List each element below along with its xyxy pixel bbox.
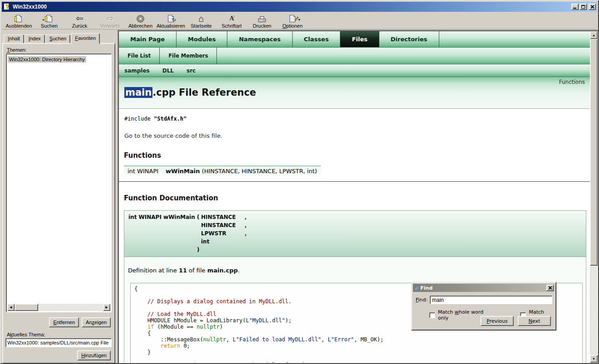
stop-button[interactable]: × Abbrechen [125,12,156,29]
search-highlight: main [124,87,152,98]
tab-namespaces[interactable]: Namespaces [227,31,292,47]
source-code-link[interactable]: source code [154,132,190,139]
topics-label: Themen: [7,47,112,53]
refresh-button[interactable]: ↻ Aktualisieren [156,12,186,29]
code-line: ::MessageBox(nullptr, L"Failed to load M… [134,336,579,343]
find-input[interactable] [430,296,552,304]
tab-index[interactable]: Index [25,34,45,44]
functions-anchor-link[interactable]: Functions [559,79,585,85]
sidebar-tabs: Inhalt Index Suchen Favoriten [4,33,100,44]
hide-button[interactable]: Ausblenden [4,12,34,29]
hide-panel-icon [16,14,22,23]
function-signature-cell: wWinMain (HINSTANCE, HINSTANCE, LPWSTR, … [162,166,321,176]
font-button[interactable]: A↕ Schriftart [216,12,247,29]
refresh-icon: ↻ [168,14,174,23]
tab-files[interactable]: Files [340,31,379,47]
vertical-scrollbar[interactable]: ▲ ▼ [590,31,598,363]
close-button[interactable] [589,4,596,10]
tab-favoriten[interactable]: Favoriten [71,33,100,44]
search-button[interactable]: ▸ Suchen [34,12,64,29]
include-directive: #include "StdAfx.h" [124,116,590,122]
back-button[interactable]: ⇦ Zurück [64,12,95,29]
scroll-up-button[interactable]: ▲ [590,31,598,39]
functions-table: int WINAPI wWinMain (HINSTANCE, HINSTANC… [124,165,321,176]
find-dialog: e Find Find: Match whole word only Match… [411,282,556,330]
doxygen-sub-tabs: File List File Members [119,48,590,64]
toolbar: Ausblenden ▸ Suchen ⇦ Zurück ⇨ Vorwärts … [2,12,597,29]
line-number-link[interactable]: 11 [179,267,187,274]
definition-line: Definition at line 11 of file main.cpp. [127,267,583,274]
goto-source-line: Go to the source code of this file. [124,132,590,139]
page-title: main.cpp File Reference [124,87,256,98]
tab-inhalt[interactable]: Inhalt [4,34,24,44]
section-divider [119,181,590,182]
home-icon: ⌂ [198,14,204,23]
home-button[interactable]: ⌂ Startseite [186,12,216,29]
doxygen-nav-tabs: Main Page Modules Namespaces Classes Fil… [119,31,590,48]
current-topic-field[interactable] [5,338,112,347]
function-return-type: int WINAPI [124,166,162,176]
scroll-thumb[interactable] [590,39,598,266]
back-arrow-icon: ⇦ [76,14,83,23]
options-button[interactable]: ▼ Optionen [277,12,308,29]
scroll-right-button[interactable]: ▶ [103,304,110,311]
print-button[interactable]: Drucken [247,12,277,29]
function-prototype-box: int WINAPI wWinMain ( HINSTANCE, HINSTAN… [124,210,586,257]
stop-icon: × [137,14,144,23]
tab-modules[interactable]: Modules [177,31,227,47]
scroll-thumb[interactable] [15,304,38,311]
scroll-down-button[interactable]: ▼ [590,355,598,363]
table-row: int WINAPI wWinMain (HINSTANCE, HINSTANC… [124,166,321,176]
maximize-icon [581,5,585,9]
path-breadcrumb: samples DLL src [119,64,590,77]
documentation-page: Main Page Modules Namespaces Classes Fil… [119,31,590,363]
search-icon: ▸ [46,14,52,23]
forward-arrow-icon: ⇨ [107,14,114,23]
find-dialog-title: Find [420,285,545,291]
scroll-left-button[interactable]: ◀ [7,304,15,311]
favorites-panel: Themen: Win32xx1000: Directory Hierarchy… [2,43,115,364]
tab-directories[interactable]: Directories [379,31,439,47]
tab-classes[interactable]: Classes [293,31,341,47]
find-close-button[interactable] [546,285,554,291]
help-window-icon: ? [3,3,10,10]
code-line: // Create a pointer to MyDLL's ShowDialo… [134,362,579,363]
list-item[interactable]: Win32xx1000: Directory Hierarchy [8,56,86,63]
code-line: } [134,349,579,355]
topics-listbox[interactable]: Win32xx1000: Directory Hierarchy ◀ ▶ [6,53,112,312]
navigation-pane: Inhalt Index Suchen Favoriten Themen: Wi… [2,30,116,364]
topics-horizontal-scrollbar[interactable]: ◀ ▶ [7,304,110,311]
help-viewer-window: { "window": { "title": "Win32xx1000" }, … [0,0,599,364]
options-icon: ▼ [290,14,295,23]
display-button[interactable]: Anzeigen [82,317,111,327]
tab-main-page[interactable]: Main Page [119,31,177,47]
print-icon [258,14,266,23]
file-link[interactable]: main.cpp [207,267,238,274]
tab-suchen[interactable]: Suchen [45,34,70,44]
code-line [134,355,579,362]
tab-file-members[interactable]: File Members [160,48,217,64]
window-titlebar[interactable]: ? Win32xx1000 [2,2,597,12]
page-header: Functions main.cpp File Reference [119,77,590,109]
maximize-button[interactable] [579,4,587,10]
previous-button[interactable]: Previous [481,316,514,326]
add-button[interactable]: Hinzufügen [77,350,111,360]
minimize-button[interactable] [571,4,579,10]
function-name-link[interactable]: wWinMain [166,168,200,175]
current-topic-label: Aktuelles Thema: [7,332,45,337]
whole-word-checkbox[interactable] [429,312,435,318]
tab-file-list[interactable]: File List [119,48,160,64]
remove-button[interactable]: Entfernen [49,317,79,327]
window-title: Win32xx1000 [13,4,570,10]
code-line: { [134,330,579,336]
font-icon: A↕ [229,14,234,23]
path-link-src[interactable]: src [187,68,196,74]
functions-heading: Functions [124,151,590,160]
path-link-samples[interactable]: samples [124,68,150,74]
path-link-dll[interactable]: DLL [162,68,174,74]
dropdown-icon: ▼ [298,18,301,21]
minimize-icon [573,8,576,9]
next-button[interactable]: Next [518,316,551,326]
function-documentation-heading: Function Documentation [124,194,590,202]
find-dialog-titlebar[interactable]: e Find [413,284,555,292]
